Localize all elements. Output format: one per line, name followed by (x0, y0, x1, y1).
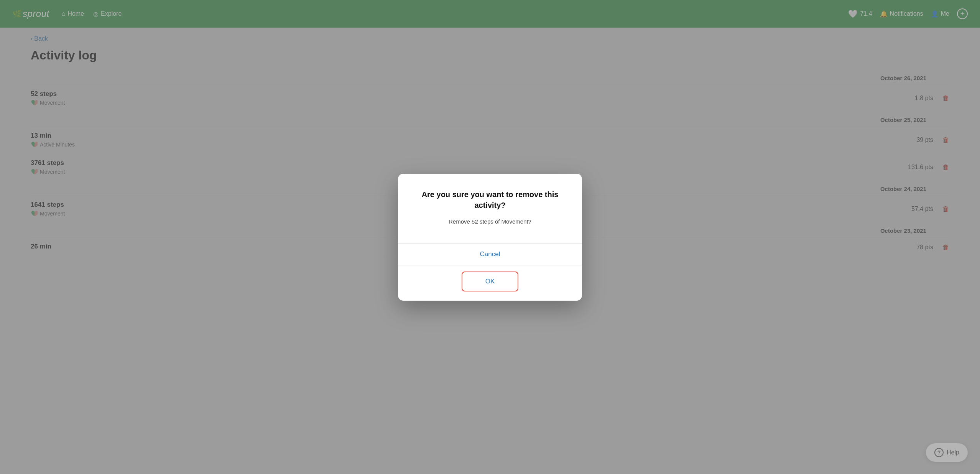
ok-button[interactable]: OK (462, 272, 519, 291)
modal-actions: Cancel OK (398, 244, 582, 301)
modal-ok-wrapper: OK (398, 265, 582, 301)
modal-body: Are you sure you want to remove this act… (398, 174, 582, 237)
modal-overlay: Are you sure you want to remove this act… (0, 0, 980, 474)
cancel-button[interactable]: Cancel (398, 244, 582, 265)
modal-title: Are you sure you want to remove this act… (413, 189, 567, 211)
modal-description: Remove 52 steps of Movement? (413, 218, 567, 225)
confirm-dialog: Are you sure you want to remove this act… (398, 174, 582, 301)
